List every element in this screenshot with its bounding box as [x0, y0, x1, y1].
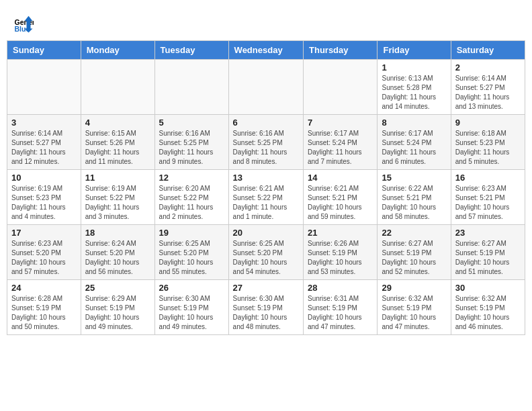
calendar-cell: 16Sunrise: 6:23 AM Sunset: 5:21 PM Dayli…	[451, 170, 525, 225]
calendar-week-4: 17Sunrise: 6:23 AM Sunset: 5:20 PM Dayli…	[7, 225, 525, 280]
calendar-cell	[81, 60, 154, 115]
calendar-cell: 2Sunrise: 6:14 AM Sunset: 5:27 PM Daylig…	[451, 60, 525, 115]
calendar-cell: 15Sunrise: 6:22 AM Sunset: 5:21 PM Dayli…	[378, 170, 451, 225]
day-number: 27	[233, 283, 299, 293]
day-number: 21	[308, 228, 373, 238]
day-info: Sunrise: 6:14 AM Sunset: 5:27 PM Dayligh…	[455, 74, 521, 111]
calendar-week-3: 10Sunrise: 6:19 AM Sunset: 5:23 PM Dayli…	[7, 170, 525, 225]
day-number: 1	[382, 62, 446, 73]
calendar-cell	[154, 60, 228, 115]
day-info: Sunrise: 6:20 AM Sunset: 5:22 PM Dayligh…	[159, 184, 224, 222]
calendar-cell: 7Sunrise: 6:17 AM Sunset: 5:24 PM Daylig…	[304, 115, 378, 170]
page-header: General Blue	[7, 7, 525, 37]
calendar-cell: 21Sunrise: 6:26 AM Sunset: 5:19 PM Dayli…	[304, 225, 378, 280]
day-number: 2	[455, 62, 521, 73]
day-info: Sunrise: 6:27 AM Sunset: 5:19 PM Dayligh…	[455, 239, 521, 277]
day-number: 13	[233, 173, 299, 183]
day-number: 15	[382, 173, 446, 183]
day-number: 12	[159, 173, 224, 183]
calendar-cell: 26Sunrise: 6:30 AM Sunset: 5:19 PM Dayli…	[154, 280, 228, 335]
calendar-header-friday: Friday	[378, 41, 451, 60]
calendar-cell: 12Sunrise: 6:20 AM Sunset: 5:22 PM Dayli…	[154, 170, 228, 225]
calendar-cell: 18Sunrise: 6:24 AM Sunset: 5:20 PM Dayli…	[81, 225, 154, 280]
day-info: Sunrise: 6:18 AM Sunset: 5:23 PM Dayligh…	[455, 129, 521, 167]
calendar-cell: 13Sunrise: 6:21 AM Sunset: 5:22 PM Dayli…	[228, 170, 303, 225]
calendar-cell: 17Sunrise: 6:23 AM Sunset: 5:20 PM Dayli…	[7, 225, 81, 280]
day-info: Sunrise: 6:30 AM Sunset: 5:19 PM Dayligh…	[159, 294, 224, 332]
calendar-cell: 9Sunrise: 6:18 AM Sunset: 5:23 PM Daylig…	[451, 115, 525, 170]
day-number: 5	[159, 118, 224, 128]
day-number: 19	[159, 228, 224, 238]
calendar-cell	[304, 60, 378, 115]
calendar-cell: 30Sunrise: 6:32 AM Sunset: 5:19 PM Dayli…	[451, 280, 525, 335]
calendar-header-tuesday: Tuesday	[154, 41, 228, 60]
calendar-cell: 23Sunrise: 6:27 AM Sunset: 5:19 PM Dayli…	[451, 225, 525, 280]
calendar-header-monday: Monday	[81, 41, 154, 60]
day-number: 10	[11, 173, 77, 183]
day-info: Sunrise: 6:29 AM Sunset: 5:19 PM Dayligh…	[85, 294, 150, 332]
calendar-table: SundayMondayTuesdayWednesdayThursdayFrid…	[7, 40, 525, 335]
logo-icon: General Blue	[13, 13, 34, 34]
day-info: Sunrise: 6:13 AM Sunset: 5:28 PM Dayligh…	[382, 74, 446, 111]
day-info: Sunrise: 6:32 AM Sunset: 5:19 PM Dayligh…	[455, 294, 521, 332]
day-number: 3	[11, 118, 77, 128]
day-number: 29	[382, 283, 446, 293]
calendar-cell: 3Sunrise: 6:14 AM Sunset: 5:27 PM Daylig…	[7, 115, 81, 170]
calendar-cell: 27Sunrise: 6:30 AM Sunset: 5:19 PM Dayli…	[228, 280, 303, 335]
logo: General Blue	[13, 13, 34, 34]
calendar-cell: 20Sunrise: 6:25 AM Sunset: 5:20 PM Dayli…	[228, 225, 303, 280]
calendar-cell: 4Sunrise: 6:15 AM Sunset: 5:26 PM Daylig…	[81, 115, 154, 170]
day-number: 8	[382, 118, 446, 128]
day-number: 20	[233, 228, 299, 238]
day-info: Sunrise: 6:31 AM Sunset: 5:19 PM Dayligh…	[308, 294, 373, 332]
day-info: Sunrise: 6:17 AM Sunset: 5:24 PM Dayligh…	[382, 129, 446, 167]
day-info: Sunrise: 6:14 AM Sunset: 5:27 PM Dayligh…	[11, 129, 77, 167]
day-number: 24	[11, 283, 77, 293]
calendar-cell: 22Sunrise: 6:27 AM Sunset: 5:19 PM Dayli…	[378, 225, 451, 280]
calendar-cell: 25Sunrise: 6:29 AM Sunset: 5:19 PM Dayli…	[81, 280, 154, 335]
day-info: Sunrise: 6:16 AM Sunset: 5:25 PM Dayligh…	[233, 129, 299, 167]
day-info: Sunrise: 6:19 AM Sunset: 5:22 PM Dayligh…	[85, 184, 150, 222]
day-number: 14	[308, 173, 373, 183]
calendar-cell	[228, 60, 303, 115]
day-info: Sunrise: 6:23 AM Sunset: 5:21 PM Dayligh…	[455, 184, 521, 222]
day-info: Sunrise: 6:22 AM Sunset: 5:21 PM Dayligh…	[382, 184, 446, 222]
day-info: Sunrise: 6:16 AM Sunset: 5:25 PM Dayligh…	[159, 129, 224, 167]
calendar-week-2: 3Sunrise: 6:14 AM Sunset: 5:27 PM Daylig…	[7, 115, 525, 170]
day-number: 28	[308, 283, 373, 293]
day-info: Sunrise: 6:28 AM Sunset: 5:19 PM Dayligh…	[11, 294, 77, 332]
calendar-header-row: SundayMondayTuesdayWednesdayThursdayFrid…	[7, 41, 525, 60]
day-number: 26	[159, 283, 224, 293]
calendar-header-wednesday: Wednesday	[228, 41, 303, 60]
calendar-cell: 14Sunrise: 6:21 AM Sunset: 5:21 PM Dayli…	[304, 170, 378, 225]
day-info: Sunrise: 6:15 AM Sunset: 5:26 PM Dayligh…	[85, 129, 150, 167]
day-info: Sunrise: 6:27 AM Sunset: 5:19 PM Dayligh…	[382, 239, 446, 277]
calendar-cell: 6Sunrise: 6:16 AM Sunset: 5:25 PM Daylig…	[228, 115, 303, 170]
calendar-cell	[7, 60, 81, 115]
day-info: Sunrise: 6:25 AM Sunset: 5:20 PM Dayligh…	[159, 239, 224, 277]
day-info: Sunrise: 6:19 AM Sunset: 5:23 PM Dayligh…	[11, 184, 77, 222]
day-info: Sunrise: 6:23 AM Sunset: 5:20 PM Dayligh…	[11, 239, 77, 277]
calendar-cell: 29Sunrise: 6:32 AM Sunset: 5:19 PM Dayli…	[378, 280, 451, 335]
day-info: Sunrise: 6:24 AM Sunset: 5:20 PM Dayligh…	[85, 239, 150, 277]
day-info: Sunrise: 6:21 AM Sunset: 5:21 PM Dayligh…	[308, 184, 373, 222]
calendar-header-sunday: Sunday	[7, 41, 81, 60]
calendar-cell: 19Sunrise: 6:25 AM Sunset: 5:20 PM Dayli…	[154, 225, 228, 280]
day-info: Sunrise: 6:26 AM Sunset: 5:19 PM Dayligh…	[308, 239, 373, 277]
day-number: 18	[85, 228, 150, 238]
calendar-header-thursday: Thursday	[304, 41, 378, 60]
day-info: Sunrise: 6:30 AM Sunset: 5:19 PM Dayligh…	[233, 294, 299, 332]
day-info: Sunrise: 6:21 AM Sunset: 5:22 PM Dayligh…	[233, 184, 299, 222]
day-number: 4	[85, 118, 150, 128]
day-number: 9	[455, 118, 521, 128]
calendar-cell: 11Sunrise: 6:19 AM Sunset: 5:22 PM Dayli…	[81, 170, 154, 225]
day-info: Sunrise: 6:25 AM Sunset: 5:20 PM Dayligh…	[233, 239, 299, 277]
calendar-week-5: 24Sunrise: 6:28 AM Sunset: 5:19 PM Dayli…	[7, 280, 525, 335]
day-number: 22	[382, 228, 446, 238]
day-number: 7	[308, 118, 373, 128]
day-number: 30	[455, 283, 521, 293]
calendar-cell: 1Sunrise: 6:13 AM Sunset: 5:28 PM Daylig…	[378, 60, 451, 115]
calendar-cell: 5Sunrise: 6:16 AM Sunset: 5:25 PM Daylig…	[154, 115, 228, 170]
day-number: 25	[85, 283, 150, 293]
day-info: Sunrise: 6:17 AM Sunset: 5:24 PM Dayligh…	[308, 129, 373, 167]
